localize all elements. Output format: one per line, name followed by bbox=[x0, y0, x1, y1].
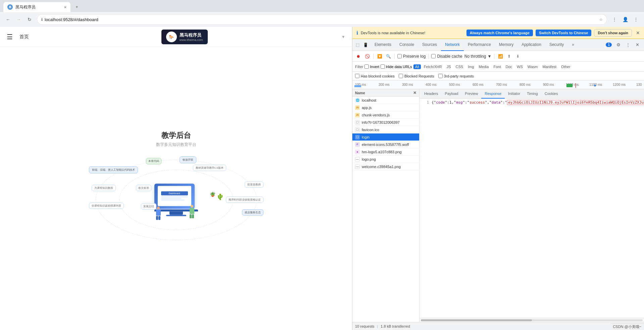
invert-checkbox[interactable] bbox=[364, 64, 369, 69]
close-response-panel-btn[interactable]: ✕ bbox=[413, 91, 416, 95]
devtools-settings-btn[interactable]: ⚙ bbox=[614, 41, 623, 49]
address-bar[interactable]: ℹ localhost:9528/#/dashboard ☆ bbox=[37, 14, 607, 25]
filter-img-btn[interactable]: Img bbox=[466, 64, 476, 69]
home-link[interactable]: 首页 bbox=[19, 34, 29, 40]
new-tab-btn[interactable]: + bbox=[72, 2, 82, 12]
throttle-dropdown-icon[interactable]: ▼ bbox=[487, 54, 491, 59]
tab-security[interactable]: Security bbox=[545, 39, 568, 51]
throttle-text: No throttling bbox=[464, 54, 486, 59]
logo-container: 🐎 黑马程序员 www.itheima.com bbox=[161, 30, 208, 44]
filter-media-btn[interactable]: Media bbox=[477, 64, 490, 69]
timeline-500ms: 500 ms bbox=[449, 83, 460, 87]
export-btn[interactable]: ⬇ bbox=[514, 53, 521, 60]
menu-btn[interactable]: ⋮ bbox=[631, 15, 641, 24]
tab-memory[interactable]: Memory bbox=[495, 39, 517, 51]
response-content[interactable]: 1 {"code":1,"msg":"success","data":"eyJh… bbox=[419, 99, 644, 318]
logo-icon: 🐎 bbox=[166, 32, 177, 42]
tab-elements[interactable]: Elements bbox=[370, 39, 395, 51]
person1 bbox=[156, 207, 161, 220]
response-scrollbar[interactable] bbox=[419, 318, 644, 322]
filter-wasm-btn[interactable]: Wasm bbox=[526, 64, 540, 69]
clear-btn[interactable]: 🚫 bbox=[364, 53, 370, 60]
filter-doc-btn[interactable]: Doc bbox=[504, 64, 514, 69]
file-item-favicon[interactable]: ☐ favicon.ico bbox=[352, 126, 419, 133]
tab-application[interactable]: Application bbox=[517, 39, 545, 51]
tab-network[interactable]: Network bbox=[441, 39, 464, 51]
resp-tab-headers[interactable]: Headers bbox=[421, 89, 442, 99]
scrollbar-track[interactable] bbox=[421, 319, 643, 321]
inspect-element-btn[interactable]: ⬚ bbox=[354, 41, 361, 49]
filter-all-btn[interactable]: All bbox=[413, 64, 421, 69]
filter-js-btn[interactable]: JS bbox=[445, 64, 453, 69]
file-name-login: login bbox=[362, 135, 369, 139]
file-item-welcome[interactable]: — welcome.c39845a1.png bbox=[352, 163, 419, 170]
always-match-btn[interactable]: Always match Chrome's language bbox=[466, 30, 533, 36]
network-condition-btn[interactable]: 📶 bbox=[497, 53, 504, 60]
resp-tab-initiator[interactable]: Initiator bbox=[505, 89, 524, 99]
resp-tab-response[interactable]: Response bbox=[481, 89, 505, 99]
preserve-log-label[interactable]: Preserve log bbox=[397, 54, 426, 59]
file-name-logo: logo.png bbox=[362, 157, 376, 161]
filter-font-btn[interactable]: Font bbox=[492, 64, 502, 69]
filter-manifest-btn[interactable]: Manifest bbox=[541, 64, 558, 69]
hamburger-icon[interactable]: ☰ bbox=[7, 33, 13, 41]
node-center-1: 收文标准 bbox=[136, 185, 151, 191]
file-item-element-icons[interactable]: F element-icons.535877f5.woff bbox=[352, 141, 419, 148]
file-item-logo[interactable]: — logo.png bbox=[352, 156, 419, 163]
tab-sources[interactable]: Sources bbox=[418, 39, 441, 51]
profile-btn[interactable]: 👤 bbox=[621, 15, 630, 24]
filter-btn[interactable]: 🔽 bbox=[376, 53, 383, 60]
browser-tab[interactable]: 黑 黑马程序员 × bbox=[3, 2, 70, 12]
third-party-label[interactable]: 3rd-party requests bbox=[438, 74, 474, 78]
resp-tab-timing[interactable]: Timing bbox=[524, 89, 541, 99]
file-item-appjs[interactable]: JS app.js bbox=[352, 104, 419, 111]
extensions-btn[interactable]: ⋮ bbox=[610, 15, 619, 24]
info-close-btn[interactable]: ✕ bbox=[636, 30, 640, 36]
hide-data-urls-checkbox[interactable] bbox=[381, 64, 385, 69]
lock-icon: ℹ bbox=[41, 17, 43, 22]
scrollbar-thumb[interactable] bbox=[421, 319, 532, 321]
file-item-chunk-vendors[interactable]: JS chunk-vendors.js bbox=[352, 111, 419, 119]
file-item-localhost[interactable]: 🌐 localhost bbox=[352, 97, 419, 104]
resp-tab-payload[interactable]: Payload bbox=[442, 89, 462, 99]
tab-performance[interactable]: Performance bbox=[464, 39, 495, 51]
file-item-login[interactable]: ☐ login bbox=[352, 133, 419, 141]
file-item-info[interactable]: ☐ info?t=1673012006397 bbox=[352, 119, 419, 126]
invert-label[interactable]: Invert bbox=[364, 64, 379, 69]
dont-show-btn[interactable]: Don't show again bbox=[594, 29, 632, 37]
filter-other-btn[interactable]: Other bbox=[559, 64, 572, 69]
reload-btn[interactable]: ↻ bbox=[25, 15, 34, 24]
chunk-vendors-icon: JS bbox=[355, 113, 360, 117]
preserve-log-checkbox[interactable] bbox=[397, 54, 402, 58]
record-btn[interactable]: ⏺ bbox=[355, 53, 362, 60]
devtools-more-btn[interactable]: ⋮ bbox=[624, 41, 632, 49]
tab-close-btn[interactable]: × bbox=[64, 5, 66, 10]
blocked-requests-checkbox[interactable] bbox=[399, 74, 403, 78]
disable-cache-checkbox[interactable] bbox=[431, 54, 436, 58]
logo-dropdown-btn[interactable]: ▼ bbox=[341, 35, 345, 39]
switch-devtools-btn[interactable]: Switch DevTools to Chinese bbox=[536, 30, 592, 36]
resp-tab-cookies[interactable]: Cookies bbox=[541, 89, 561, 99]
filter-fetchxhr-btn[interactable]: Fetch/XHR bbox=[422, 64, 444, 69]
bookmark-icon[interactable]: ☆ bbox=[599, 17, 603, 22]
resp-tab-preview[interactable]: Preview bbox=[461, 89, 481, 99]
filter-ws-btn[interactable]: WS bbox=[515, 64, 525, 69]
has-blocked-cookies-checkbox[interactable] bbox=[355, 74, 359, 78]
file-item-hm-logo[interactable]: ● hm-logo5.a107c883.png bbox=[352, 148, 419, 156]
filter-css-btn[interactable]: CSS bbox=[454, 64, 465, 69]
back-btn[interactable]: ← bbox=[3, 15, 13, 24]
disable-cache-label[interactable]: Disable cache bbox=[431, 54, 462, 59]
tab-console[interactable]: Console bbox=[395, 39, 418, 51]
has-blocked-cookies-label[interactable]: Has blocked cookies bbox=[355, 74, 395, 78]
has-blocked-cookies-text: Has blocked cookies bbox=[361, 74, 395, 78]
blocked-requests-label[interactable]: Blocked Requests bbox=[399, 74, 434, 78]
import-btn[interactable]: ⬆ bbox=[506, 53, 512, 60]
device-toggle-btn[interactable]: 📱 bbox=[362, 41, 369, 49]
devtools-close-btn[interactable]: ✕ bbox=[633, 41, 641, 49]
third-party-checkbox[interactable] bbox=[438, 74, 443, 78]
json-key-msg: msg bbox=[456, 100, 463, 105]
hide-data-urls-label[interactable]: Hide data URLs bbox=[381, 64, 412, 69]
tab-more[interactable]: » bbox=[568, 39, 578, 51]
forward-btn[interactable]: → bbox=[14, 15, 23, 24]
search-btn[interactable]: 🔍 bbox=[385, 53, 392, 60]
